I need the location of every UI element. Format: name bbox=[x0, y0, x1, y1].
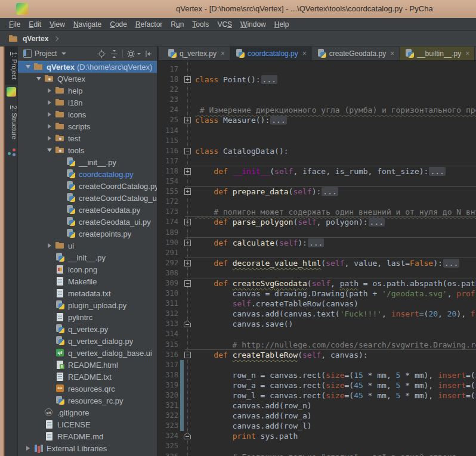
code-line-319: 319 row_a = canvas.rect(size=(45 * mm, 5… bbox=[159, 380, 476, 390]
folder-icon bbox=[55, 241, 66, 250]
menu-run[interactable]: Run bbox=[166, 20, 188, 29]
python-file-icon bbox=[317, 49, 326, 58]
chevron-right-icon[interactable] bbox=[23, 446, 33, 451]
tree-item-pylintrc[interactable]: pylintrc bbox=[18, 311, 157, 323]
tree-item-i18n[interactable]: i18n bbox=[18, 97, 157, 108]
close-icon[interactable]: × bbox=[465, 49, 469, 58]
close-icon[interactable]: × bbox=[302, 49, 307, 58]
tree-item-resources-qrc[interactable]: resources.qrc bbox=[18, 383, 157, 395]
chevron-down-icon[interactable] bbox=[44, 148, 55, 152]
tree-item-createcoordcatalog-ui-py[interactable]: createCoordCatalog_ui.py bbox=[18, 192, 157, 204]
line-number: 154 bbox=[159, 176, 178, 187]
menu-window[interactable]: Window bbox=[236, 20, 270, 29]
fold-expand-icon[interactable]: + bbox=[184, 168, 191, 175]
tree-item-creategeodata-py[interactable]: createGeodata.py bbox=[18, 204, 157, 216]
fold-expand-icon[interactable]: + bbox=[184, 188, 191, 195]
fold-collapse-icon[interactable]: − bbox=[184, 352, 191, 358]
line-number: 313 bbox=[159, 319, 178, 329]
chevron-down-icon[interactable] bbox=[23, 65, 33, 69]
menu-code[interactable]: Code bbox=[106, 20, 131, 29]
locate-icon[interactable] bbox=[97, 49, 106, 58]
code-line-316: 316− def createTableRow(self, canvas): bbox=[159, 350, 476, 360]
tree-item-ui[interactable]: ui bbox=[18, 240, 157, 252]
chevron-right-icon[interactable] bbox=[44, 243, 55, 248]
collapse-all-icon[interactable] bbox=[110, 49, 119, 58]
tree-item-test[interactable]: test bbox=[18, 132, 157, 144]
tree-item-license[interactable]: LICENSE bbox=[18, 418, 157, 430]
tab-__builtin__-py[interactable]: __builtin__.py× bbox=[400, 46, 475, 60]
chevron-right-icon[interactable] bbox=[44, 124, 55, 129]
close-icon[interactable]: × bbox=[390, 49, 394, 58]
python-file-icon bbox=[167, 49, 177, 58]
chevron-right-icon[interactable] bbox=[44, 88, 55, 93]
breadcrumb[interactable]: qVertex bbox=[23, 35, 48, 43]
fold-expand-icon[interactable]: + bbox=[184, 219, 191, 225]
tree-item-qvertex[interactable]: QVertex bbox=[18, 73, 157, 85]
hide-panel-icon[interactable] bbox=[144, 49, 153, 58]
tree-item-icon-png[interactable]: icon.png bbox=[18, 263, 157, 275]
fold-collapse-icon[interactable]: − bbox=[184, 280, 191, 287]
fold-expand-icon[interactable]: + bbox=[184, 240, 191, 246]
code-line-190: 190+ def calculate(self):... bbox=[159, 238, 476, 248]
tab-createGeodata-py[interactable]: createGeodata.py× bbox=[312, 46, 400, 60]
tree-item-icons[interactable]: icons bbox=[18, 108, 157, 120]
tab-coordcatalog-py[interactable]: coordcatalog.py× bbox=[230, 46, 312, 60]
tree-item-coordcatalog-py[interactable]: coordcatalog.py bbox=[18, 168, 157, 180]
code-text: def calculate(self):... bbox=[195, 238, 324, 248]
close-icon[interactable]: × bbox=[221, 49, 225, 58]
tab-q_vertex-py[interactable]: q_vertex.py× bbox=[162, 46, 230, 60]
menu-tools[interactable]: Tools bbox=[188, 20, 213, 29]
tree-item-metadata-txt[interactable]: metadata.txt bbox=[18, 287, 157, 299]
chevron-down-icon[interactable] bbox=[61, 52, 66, 55]
toolwindow-button-structure[interactable]: 2: Structure bbox=[5, 100, 18, 145]
tree-item-readme-html[interactable]: README.html bbox=[18, 359, 157, 371]
tree-item-createcoordcatalog-py[interactable]: createCoordCatalog.py bbox=[18, 180, 157, 192]
menu-edit[interactable]: Edit bbox=[24, 20, 45, 29]
line-number: 310 bbox=[159, 289, 178, 299]
fold-region-end-icon[interactable] bbox=[184, 432, 191, 439]
fold-region-end-icon[interactable] bbox=[184, 320, 191, 327]
menu-file[interactable]: File bbox=[5, 20, 24, 29]
menu-view[interactable]: View bbox=[45, 20, 69, 29]
tree-item-external-libraries[interactable]: External Libraries bbox=[18, 442, 157, 454]
line-number: 326 bbox=[159, 452, 178, 456]
tree-item--gitignore[interactable]: .gitignore bbox=[18, 407, 157, 418]
menu-navigate[interactable]: Navigate bbox=[69, 20, 106, 29]
chevron-right-icon[interactable] bbox=[44, 136, 55, 141]
chevron-right-icon[interactable] bbox=[44, 112, 55, 117]
tree-item-plugin-upload-py[interactable]: plugin_upload.py bbox=[18, 299, 157, 311]
tree-item-createpoints-py[interactable]: createpoints.py bbox=[18, 228, 157, 240]
fold-expand-icon[interactable]: + bbox=[184, 76, 191, 83]
text-icon bbox=[55, 289, 66, 298]
tree-item-resources-rc-py[interactable]: resources_rc.py bbox=[18, 395, 157, 407]
tree-item-qvertex[interactable]: qVertex (D:\home\src\qVertex) bbox=[18, 61, 157, 73]
tree-item--init-py[interactable]: __init__.py bbox=[18, 252, 157, 263]
menu-refactor[interactable]: Refactor bbox=[131, 20, 166, 29]
tree-item-q-vertex-dialog-base-ui[interactable]: q_vertex_dialog_base.ui bbox=[18, 347, 157, 359]
tree-item-q-vertex-dialog-py[interactable]: q_vertex_dialog.py bbox=[18, 335, 157, 347]
menu-help[interactable]: Help bbox=[270, 20, 293, 29]
tree-item-q-vertex-py[interactable]: q_vertex.py bbox=[18, 323, 157, 335]
tree-item-scripts[interactable]: scripts bbox=[18, 120, 157, 132]
toolwindow-button-project[interactable]: 1: Project bbox=[5, 46, 18, 85]
tree-item-tools[interactable]: tools bbox=[18, 144, 157, 156]
tree-item-label: LICENSE bbox=[57, 420, 91, 429]
code-text: def createTableRow(self, canvas): bbox=[195, 350, 368, 360]
tree-item-makefile[interactable]: Makefile bbox=[18, 275, 157, 287]
fold-expand-icon[interactable]: + bbox=[184, 260, 191, 266]
tree-item-label: coordcatalog.py bbox=[79, 170, 134, 179]
settings-gear-icon[interactable] bbox=[126, 49, 135, 58]
tree-item-creategeodata-ui-py[interactable]: createGeodata_ui.py bbox=[18, 216, 157, 228]
fold-expand-icon[interactable]: + bbox=[184, 117, 191, 123]
chevron-down-icon[interactable] bbox=[137, 53, 141, 55]
tree-item-label: q_vertex_dialog.py bbox=[68, 337, 133, 346]
menu-vcs[interactable]: VCS bbox=[213, 20, 236, 29]
tree-item-help[interactable]: help bbox=[18, 85, 157, 97]
fold-collapse-icon[interactable]: − bbox=[184, 148, 191, 154]
tree-item--init-py[interactable]: __init__.py bbox=[18, 156, 157, 168]
chevron-right-icon[interactable] bbox=[44, 100, 55, 105]
chevron-down-icon[interactable] bbox=[33, 77, 44, 80]
tool-window-strip: 1: Project2: Structure bbox=[5, 46, 18, 456]
tree-item-readme-txt[interactable]: README.txt bbox=[18, 371, 157, 383]
tree-item-readme-md[interactable]: README.md bbox=[18, 430, 157, 442]
